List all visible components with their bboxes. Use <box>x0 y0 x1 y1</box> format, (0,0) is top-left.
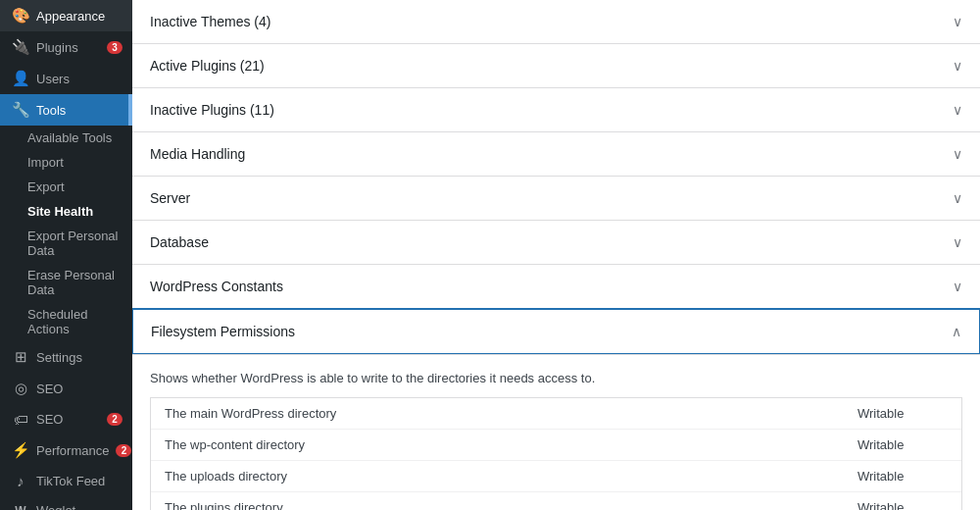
accordion-header-inactive-themes[interactable]: Inactive Themes (4)∨ <box>132 0 980 43</box>
chevron-icon: ∨ <box>953 279 962 294</box>
chevron-icon: ∨ <box>953 190 962 206</box>
sidebar-item-label: Performance <box>36 443 109 458</box>
accordion-item-database: Database∨ <box>132 221 980 265</box>
table-row: The uploads directoryWritable <box>151 461 961 492</box>
perm-value: Writable <box>844 398 961 429</box>
seo2-icon: 🏷 <box>12 411 29 428</box>
accordion-item-filesystem: Filesystem Permissions∧Shows whether Wor… <box>132 308 980 510</box>
accordion-content-filesystem: Shows whether WordPress is able to write… <box>132 354 980 510</box>
chevron-icon: ∨ <box>953 14 962 29</box>
tools-icon: 🔧 <box>12 101 29 119</box>
table-row: The main WordPress directoryWritable <box>151 398 961 430</box>
accordion-title: Filesystem Permissions <box>151 324 295 339</box>
chevron-icon: ∨ <box>953 58 962 74</box>
accordion-header-filesystem[interactable]: Filesystem Permissions∧ <box>132 308 980 355</box>
sidebar-item-users[interactable]: 👤 Users <box>0 63 132 94</box>
settings-icon: ⊞ <box>12 348 29 366</box>
perm-label: The uploads directory <box>151 461 844 491</box>
perm-label: The wp-content directory <box>151 430 844 460</box>
chevron-icon: ∨ <box>953 146 962 162</box>
sidebar-item-label: Weglot <box>36 503 122 510</box>
permissions-table: The main WordPress directoryWritableThe … <box>150 397 962 510</box>
accordion-item-media-handling: Media Handling∨ <box>132 132 980 177</box>
sidebar-item-plugins[interactable]: 🔌 Plugins 3 <box>0 31 132 63</box>
accordion-title: Server <box>150 190 190 206</box>
seo-icon: ◎ <box>12 380 29 397</box>
sub-export[interactable]: Export <box>0 175 132 199</box>
sidebar-item-label: SEO <box>36 382 122 396</box>
filesystem-description: Shows whether WordPress is able to write… <box>150 371 962 385</box>
accordion-header-wp-constants[interactable]: WordPress Constants∨ <box>132 265 980 308</box>
chevron-icon: ∧ <box>952 324 961 339</box>
weglot-icon: W <box>12 504 29 511</box>
sub-site-health[interactable]: Site Health <box>0 199 132 224</box>
perm-label: The main WordPress directory <box>151 398 844 429</box>
accordion-title: Active Plugins (21) <box>150 58 265 74</box>
users-icon: 👤 <box>12 70 29 87</box>
accordion-title: Inactive Plugins (11) <box>150 102 274 118</box>
sidebar-item-label: TikTok Feed <box>36 474 122 488</box>
accordion-header-server[interactable]: Server∨ <box>132 177 980 220</box>
accordion-item-inactive-themes: Inactive Themes (4)∨ <box>132 0 980 44</box>
sidebar-item-label: Tools <box>36 103 122 118</box>
sidebar-item-label: Appearance <box>36 9 122 24</box>
accordion-title: Database <box>150 234 209 250</box>
performance-badge: 2 <box>116 444 131 457</box>
sidebar-item-seo[interactable]: ◎ SEO <box>0 373 132 404</box>
accordion-title: WordPress Constants <box>150 279 283 294</box>
performance-icon: ⚡ <box>12 441 29 459</box>
chevron-icon: ∨ <box>953 234 962 250</box>
sidebar-item-label: Settings <box>36 350 122 365</box>
table-row: The plugins directoryWritable <box>151 492 961 510</box>
tools-submenu: Available Tools Import Export Site Healt… <box>0 126 132 341</box>
plugins-badge: 3 <box>107 41 122 54</box>
sidebar-item-performance[interactable]: ⚡ Performance 2 <box>0 434 132 466</box>
perm-value: Writable <box>844 430 961 460</box>
sub-export-personal-data[interactable]: Export Personal Data <box>0 224 132 263</box>
perm-value: Writable <box>844 492 961 510</box>
table-row: The wp-content directoryWritable <box>151 430 961 461</box>
accordion-item-server: Server∨ <box>132 177 980 221</box>
sidebar-item-weglot[interactable]: W Weglot <box>0 496 132 510</box>
sidebar-item-appearance[interactable]: 🎨 Appearance <box>0 0 132 31</box>
seo2-badge: 2 <box>107 413 122 426</box>
main-content: Inactive Themes (4)∨Active Plugins (21)∨… <box>132 0 980 510</box>
sidebar-item-seo2[interactable]: 🏷 SEO 2 <box>0 404 132 434</box>
perm-label: The plugins directory <box>151 492 844 510</box>
sidebar-item-label: Users <box>36 72 122 86</box>
accordion-item-wp-constants: WordPress Constants∨ <box>132 265 980 309</box>
accordion-item-active-plugins: Active Plugins (21)∨ <box>132 44 980 88</box>
accordion-item-inactive-plugins: Inactive Plugins (11)∨ <box>132 88 980 132</box>
sub-scheduled-actions[interactable]: Scheduled Actions <box>0 302 132 341</box>
appearance-icon: 🎨 <box>12 7 29 25</box>
tiktok-icon: ♪ <box>12 473 29 489</box>
sidebar-item-tools[interactable]: 🔧 Tools <box>0 94 132 126</box>
accordion-header-media-handling[interactable]: Media Handling∨ <box>132 132 980 176</box>
sidebar-item-label: SEO <box>36 412 100 427</box>
sub-erase-personal-data[interactable]: Erase Personal Data <box>0 263 132 302</box>
sidebar-item-tiktok[interactable]: ♪ TikTok Feed <box>0 466 132 496</box>
sidebar-item-settings[interactable]: ⊞ Settings <box>0 341 132 373</box>
perm-value: Writable <box>844 461 961 491</box>
sidebar: 🎨 Appearance 🔌 Plugins 3 👤 Users 🔧 Tools… <box>0 0 132 510</box>
accordion-title: Inactive Themes (4) <box>150 14 270 29</box>
plugins-icon: 🔌 <box>12 38 29 56</box>
accordion-header-inactive-plugins[interactable]: Inactive Plugins (11)∨ <box>132 88 980 131</box>
sidebar-item-label: Plugins <box>36 40 100 55</box>
accordion-header-active-plugins[interactable]: Active Plugins (21)∨ <box>132 44 980 87</box>
sub-available-tools[interactable]: Available Tools <box>0 126 132 150</box>
accordion-header-database[interactable]: Database∨ <box>132 221 980 264</box>
accordion-title: Media Handling <box>150 146 245 162</box>
chevron-icon: ∨ <box>953 102 962 118</box>
sub-import[interactable]: Import <box>0 150 132 175</box>
